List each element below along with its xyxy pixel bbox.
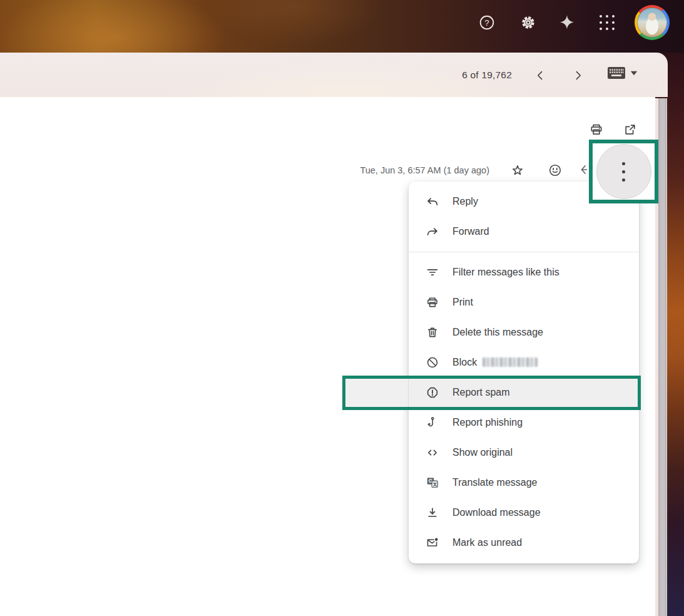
filter-icon — [425, 265, 440, 280]
menu-item-label: Filter messages like this — [452, 267, 559, 278]
help-icon: ? — [478, 14, 496, 31]
menu-separator — [409, 252, 639, 252]
star-button[interactable] — [510, 163, 525, 178]
menu-item-translate[interactable]: G Translate message — [409, 468, 639, 498]
gemini-sparkle-icon — [558, 13, 576, 32]
menu-item-block[interactable]: Block — [409, 347, 639, 377]
theme-background-top — [0, 0, 684, 53]
menu-item-label: Report phishing — [452, 417, 523, 428]
menu-item-report-phishing[interactable]: Report phishing — [409, 408, 639, 438]
menu-item-filter[interactable]: Filter messages like this — [409, 257, 639, 287]
older-button[interactable] — [566, 64, 589, 86]
gear-icon — [519, 13, 538, 32]
menu-item-label: Block — [452, 357, 538, 368]
download-icon — [425, 505, 440, 520]
chevron-left-icon — [535, 70, 546, 81]
block-icon — [425, 355, 440, 370]
message-timestamp: Tue, Jun 3, 6:57 AM (1 day ago) — [360, 165, 489, 175]
menu-item-label: Print — [452, 297, 473, 308]
menu-item-label: Delete this message — [452, 327, 543, 338]
menu-item-forward[interactable]: Forward — [409, 217, 639, 247]
phishing-hook-icon — [425, 415, 440, 430]
more-vert-icon — [622, 162, 625, 165]
gemini-button[interactable] — [554, 10, 579, 35]
message-more-menu: Reply Forward Filter messages like this … — [409, 182, 639, 563]
menu-item-report-spam[interactable]: Report spam — [409, 377, 639, 408]
menu-item-print[interactable]: Print — [409, 287, 639, 317]
chevron-right-icon — [573, 70, 583, 81]
mark-unread-icon — [425, 535, 440, 550]
star-icon — [510, 163, 525, 178]
menu-item-show-original[interactable]: Show original — [409, 438, 639, 468]
avatar-photo — [637, 8, 667, 38]
menu-item-delete[interactable]: Delete this message — [409, 317, 639, 347]
menu-item-label: Forward — [452, 226, 489, 237]
open-in-new-icon — [623, 122, 638, 137]
svg-text:?: ? — [484, 18, 489, 28]
settings-button[interactable] — [516, 10, 541, 35]
menu-item-label: Reply — [452, 196, 478, 207]
code-icon — [425, 445, 440, 460]
report-spam-icon — [425, 385, 440, 400]
scrollbar-thumb[interactable] — [658, 98, 666, 616]
blocked-sender-name-redacted — [482, 357, 538, 367]
print-button[interactable] — [589, 122, 604, 137]
menu-item-label: Mark as unread — [452, 537, 522, 548]
menu-item-label: Report spam — [452, 387, 510, 398]
menu-item-label: Show original — [452, 447, 513, 458]
account-avatar[interactable] — [635, 5, 670, 40]
trash-icon — [425, 325, 440, 340]
more-button-highlight-box — [589, 140, 658, 203]
input-tools-button[interactable] — [607, 66, 638, 80]
newer-button[interactable] — [529, 64, 551, 86]
print-icon — [589, 122, 604, 137]
reply-icon — [425, 194, 440, 209]
menu-item-label: Download message — [452, 507, 541, 518]
translate-icon: G — [425, 475, 440, 490]
forward-icon — [425, 224, 440, 239]
add-reaction-button[interactable] — [548, 163, 563, 178]
open-in-new-button[interactable] — [623, 122, 638, 137]
pagination-count: 6 of 19,762 — [462, 69, 512, 81]
menu-item-download[interactable]: Download message — [409, 498, 639, 528]
help-button[interactable]: ? — [474, 10, 499, 35]
more-button[interactable] — [596, 144, 651, 199]
print-icon — [425, 295, 440, 310]
apps-grid-icon — [600, 15, 615, 30]
keyboard-icon — [607, 66, 626, 80]
menu-item-label: Translate message — [452, 477, 537, 488]
google-apps-button[interactable] — [595, 10, 620, 35]
menu-item-mark-unread[interactable]: Mark as unread — [409, 528, 639, 558]
smiley-icon — [548, 163, 563, 178]
reply-icon[interactable] — [580, 165, 587, 176]
caret-down-icon — [630, 71, 638, 76]
